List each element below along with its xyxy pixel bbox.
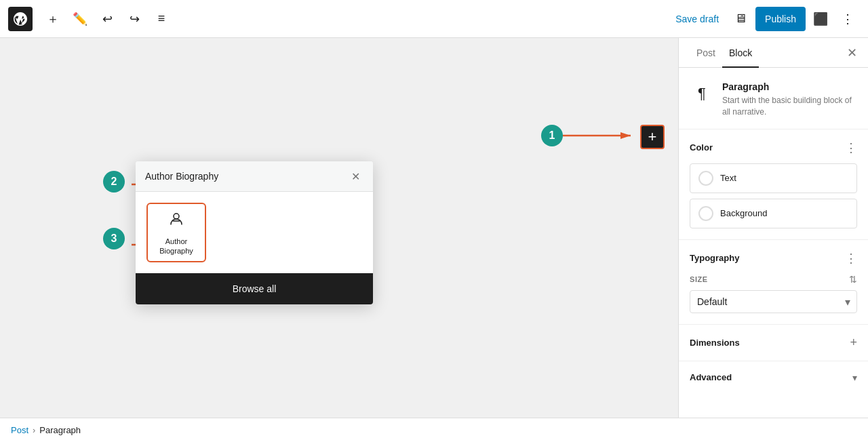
- save-draft-button[interactable]: Save draft: [669, 14, 726, 24]
- block-inserter-popup: Author Biography ✕ AuthorBiography: [136, 161, 373, 304]
- list-view-button[interactable]: ≡: [149, 7, 174, 31]
- dimensions-header: Dimensions +: [690, 336, 857, 350]
- color-text-circle: [698, 171, 713, 186]
- tools-icon: ✏️: [73, 12, 87, 26]
- editor-canvas: 1 + Author Biography ✕: [0, 38, 678, 418]
- color-background-option[interactable]: Background: [690, 199, 857, 228]
- add-block-highlighted-button[interactable]: +: [640, 125, 665, 149]
- color-background-circle: [698, 206, 713, 221]
- tab-post[interactable]: Post: [690, 38, 722, 68]
- block-info: ¶ Paragraph Start with the basic buildin…: [679, 68, 868, 129]
- breadcrumb-current: Paragraph: [39, 425, 81, 435]
- wp-logo: [8, 7, 33, 31]
- undo-button[interactable]: ↩: [95, 7, 119, 31]
- svg-point-2: [174, 214, 179, 219]
- size-select[interactable]: Default Small Medium Large Extra Large: [690, 290, 857, 313]
- browse-all-button[interactable]: Browse all: [136, 273, 373, 304]
- inserter-header: Author Biography ✕: [136, 161, 373, 192]
- main-area: 1 + Author Biography ✕: [0, 38, 868, 418]
- advanced-title: Advanced: [690, 372, 732, 382]
- publish-button[interactable]: Publish: [755, 7, 806, 31]
- size-controls-button[interactable]: ⇅: [849, 274, 857, 285]
- advanced-header: Advanced ▾: [690, 372, 857, 383]
- toolbar: ＋ ✏️ ↩ ↪ ≡ Save draft 🖥 Publish ⬛ ⋮: [0, 0, 868, 38]
- dimensions-title: Dimensions: [690, 338, 740, 348]
- typography-section-title: Typography: [690, 253, 739, 263]
- sidebar-close-button[interactable]: ✕: [847, 45, 857, 60]
- arrow-1: [563, 127, 637, 144]
- sidebar-toggle-button[interactable]: ⬛: [808, 7, 833, 31]
- color-section-menu-button[interactable]: ⋮: [845, 140, 857, 155]
- redo-button[interactable]: ↪: [122, 7, 146, 31]
- size-select-wrapper: Default Small Medium Large Extra Large: [690, 290, 857, 313]
- typography-section-menu-button[interactable]: ⋮: [845, 251, 857, 266]
- step-1-badge: 1: [541, 125, 563, 146]
- color-background-label: Background: [720, 208, 767, 218]
- advanced-section: Advanced ▾: [679, 361, 868, 394]
- add-block-button[interactable]: ＋: [41, 7, 65, 31]
- typography-section: Typography ⋮ SIZE ⇅ Default Small Medium…: [679, 240, 868, 325]
- color-text-option[interactable]: Text: [690, 163, 857, 193]
- advanced-chevron-button[interactable]: ▾: [852, 372, 857, 383]
- breadcrumb-post[interactable]: Post: [11, 425, 28, 435]
- color-section: Color ⋮ Text Background: [679, 129, 868, 240]
- plus-icon: ＋: [47, 11, 59, 27]
- bottom-bar: Post › Paragraph: [0, 418, 868, 442]
- author-biography-icon: [167, 209, 186, 233]
- color-section-header: Color ⋮: [690, 140, 857, 155]
- dimensions-add-button[interactable]: +: [850, 336, 857, 350]
- block-name: Paragraph: [722, 81, 857, 92]
- plus-highlighted-icon: +: [648, 129, 657, 144]
- view-button[interactable]: 🖥: [728, 7, 753, 31]
- color-section-title: Color: [690, 142, 713, 153]
- sidebar-tabs: Post Block ✕: [679, 38, 868, 68]
- inserter-title: Author Biography: [145, 171, 347, 182]
- dimensions-section: Dimensions +: [679, 325, 868, 361]
- author-biography-block-item[interactable]: AuthorBiography: [146, 203, 206, 262]
- inserter-close-button[interactable]: ✕: [347, 168, 363, 184]
- more-options-button[interactable]: ⋮: [835, 7, 860, 31]
- author-biography-block-label: AuthorBiography: [159, 237, 193, 256]
- sidebar: Post Block ✕ ¶ Paragraph Start with the …: [678, 38, 868, 418]
- size-label: SIZE ⇅: [690, 274, 857, 285]
- breadcrumb-separator: ›: [33, 425, 35, 435]
- block-description: Start with the basic building block of a…: [722, 95, 857, 118]
- color-text-label: Text: [720, 173, 736, 183]
- tab-block[interactable]: Block: [722, 38, 759, 68]
- paragraph-icon: ¶: [690, 81, 714, 106]
- typography-section-header: Typography ⋮: [690, 251, 857, 266]
- step-2-badge: 2: [103, 171, 125, 193]
- inserter-body: AuthorBiography: [136, 192, 373, 273]
- tools-button[interactable]: ✏️: [68, 7, 92, 31]
- step-3-badge: 3: [103, 228, 125, 249]
